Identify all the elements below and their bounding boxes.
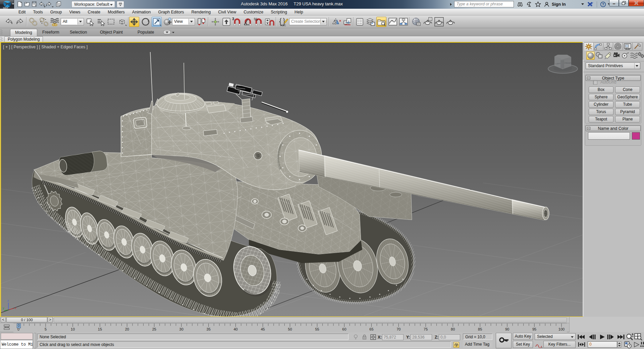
- svg-text:80: 80: [451, 327, 455, 331]
- svg-text:ABC: ABC: [280, 24, 286, 27]
- svg-text:65: 65: [369, 327, 373, 331]
- svg-text:70: 70: [396, 327, 400, 331]
- svg-text:3: 3: [232, 17, 234, 21]
- svg-text:10: 10: [71, 327, 75, 331]
- svg-text:90: 90: [505, 327, 509, 331]
- svg-text:35: 35: [207, 327, 211, 331]
- svg-text:75: 75: [424, 327, 428, 331]
- svg-text:50: 50: [288, 327, 292, 331]
- svg-text:45: 45: [261, 327, 265, 331]
- svg-text:25: 25: [152, 327, 156, 331]
- svg-text:z: z: [7, 299, 9, 302]
- svg-text:15: 15: [98, 327, 102, 331]
- svg-text:30: 30: [179, 327, 183, 331]
- svg-text:60: 60: [342, 327, 346, 331]
- svg-text:?: ?: [602, 2, 604, 6]
- svg-text:95: 95: [532, 327, 536, 331]
- svg-text:40: 40: [233, 327, 237, 331]
- svg-text:5: 5: [45, 327, 47, 331]
- svg-text:85: 85: [478, 327, 482, 331]
- svg-text:FRONT: FRONT: [565, 62, 572, 64]
- svg-text:[ + ] [ Perspective ] [ Shaded: [ + ] [ Perspective ] [ Shaded + Edged F…: [3, 45, 88, 49]
- svg-text:100: 100: [558, 327, 565, 331]
- svg-text:y: y: [3, 306, 4, 310]
- svg-text:LEFT: LEFT: [555, 63, 560, 65]
- svg-text:x: x: [15, 306, 16, 310]
- svg-text:20: 20: [125, 327, 129, 331]
- svg-text:%: %: [254, 17, 258, 22]
- svg-text:55: 55: [315, 327, 319, 331]
